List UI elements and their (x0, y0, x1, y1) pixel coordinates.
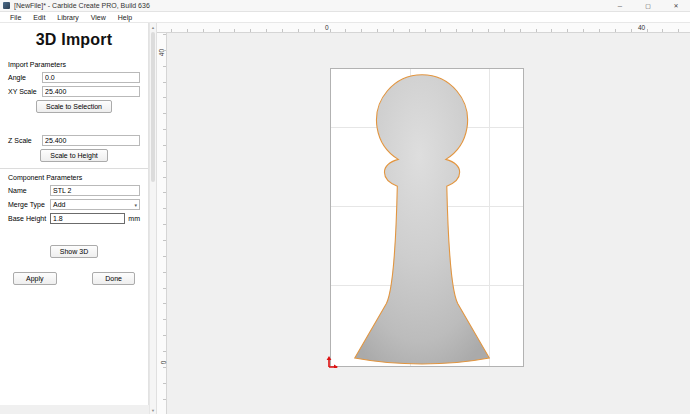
title-bar: [NewFile]* - Carbide Create PRO, Build 6… (0, 0, 690, 12)
xy-scale-label: XY Scale (8, 88, 42, 95)
xy-scale-row: XY Scale (8, 86, 140, 97)
name-row: Name (8, 185, 140, 196)
component-parameters-label: Component Parameters (8, 174, 140, 181)
menu-view[interactable]: View (85, 12, 112, 22)
import-parameters-label: Import Parameters (8, 61, 140, 68)
ruler-vertical: 40 0 (157, 33, 167, 414)
angle-input[interactable] (42, 72, 140, 83)
angle-label: Angle (8, 74, 42, 81)
menu-help[interactable]: Help (112, 12, 138, 22)
base-height-label: Base Height (8, 215, 50, 222)
scale-to-height-button[interactable]: Scale to Height (40, 149, 107, 162)
z-scale-input[interactable] (42, 135, 140, 146)
pawn-silhouette[interactable] (355, 75, 490, 364)
ruler-horizontal: 0 40 (157, 23, 690, 33)
app-icon (3, 2, 10, 9)
merge-type-row: Merge Type Add ▾ (8, 199, 140, 210)
base-height-row: Base Height mm (8, 213, 140, 224)
menu-library[interactable]: Library (51, 12, 84, 22)
ruler-h-zero: 0 (325, 24, 329, 31)
design-canvas[interactable]: 0 40 40 0 (157, 23, 690, 414)
scroll-up-icon[interactable]: ▲ (150, 23, 156, 31)
z-scale-row: Z Scale (8, 135, 140, 146)
ruler-v-forty: 40 (158, 48, 165, 58)
name-input[interactable] (50, 185, 140, 196)
left-panel: 3D Import Import Parameters Angle XY Sca… (0, 23, 149, 414)
window-controls: ─ ▢ ✕ (606, 0, 690, 11)
base-height-input[interactable] (50, 213, 125, 224)
merge-type-value: Add (53, 201, 65, 208)
menu-file[interactable]: File (4, 12, 27, 22)
scroll-down-icon[interactable]: ▼ (150, 406, 156, 414)
show-3d-button[interactable]: Show 3D (50, 245, 98, 258)
z-scale-label: Z Scale (8, 137, 42, 144)
section-divider (0, 168, 148, 169)
scale-to-selection-button[interactable]: Scale to Selection (36, 100, 112, 113)
minimize-icon[interactable]: ─ (606, 0, 634, 11)
done-button[interactable]: Done (92, 272, 135, 285)
menu-edit[interactable]: Edit (27, 12, 51, 22)
angle-row: Angle (8, 72, 140, 83)
close-icon[interactable]: ✕ (662, 0, 690, 11)
panel-scrollbar[interactable]: ▲ ▼ (149, 23, 157, 414)
panel-inner: 3D Import Import Parameters Angle XY Sca… (0, 23, 149, 405)
xy-scale-input[interactable] (42, 86, 140, 97)
action-buttons: Apply Done (0, 272, 148, 285)
apply-button[interactable]: Apply (13, 272, 57, 285)
name-label: Name (8, 187, 50, 194)
page-title: 3D Import (0, 31, 148, 49)
ruler-v-zero: 0 (160, 358, 167, 368)
pawn-model-preview[interactable] (331, 69, 523, 366)
app-window: [NewFile]* - Carbide Create PRO, Build 6… (0, 0, 690, 414)
origin-marker-icon[interactable] (326, 356, 338, 368)
menu-bar: File Edit Library View Help (0, 12, 690, 23)
merge-type-label: Merge Type (8, 201, 50, 208)
maximize-icon[interactable]: ▢ (634, 0, 662, 11)
chevron-down-icon: ▾ (134, 202, 137, 208)
base-height-unit: mm (128, 215, 140, 222)
merge-type-select[interactable]: Add ▾ (50, 199, 140, 210)
window-title: [NewFile]* - Carbide Create PRO, Build 6… (14, 2, 606, 9)
ruler-h-forty: 40 (638, 24, 645, 31)
scrollbar-thumb[interactable] (151, 32, 155, 182)
stock-rectangle[interactable] (330, 68, 524, 367)
